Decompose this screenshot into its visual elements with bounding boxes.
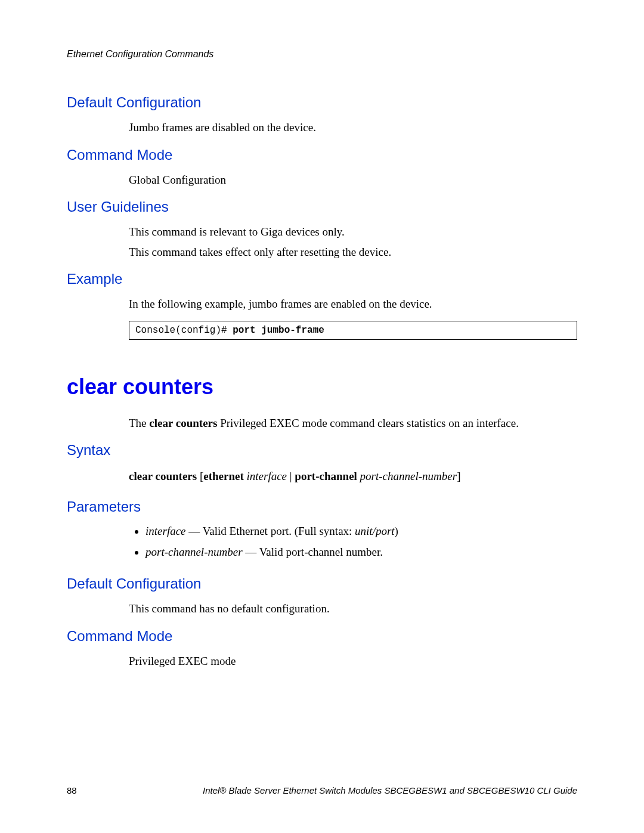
body-example: In the following example, jumbo frames a… bbox=[129, 296, 577, 312]
chapter-title: Ethernet Configuration Commands bbox=[67, 49, 213, 59]
param-item-1: interface — Valid Ethernet port. (Full s… bbox=[145, 524, 577, 540]
command-title: clear counters bbox=[67, 374, 577, 400]
intro-bold: clear counters bbox=[149, 417, 217, 429]
command-intro: The clear counters Privileged EXEC mode … bbox=[129, 415, 577, 432]
heading-command-mode-2: Command Mode bbox=[67, 628, 577, 645]
parameters-list: interface — Valid Ethernet port. (Full s… bbox=[129, 524, 577, 560]
body-command-mode-1: Global Configuration bbox=[129, 172, 577, 188]
syn-i1: interface bbox=[247, 470, 287, 482]
syn-t3: ] bbox=[457, 470, 460, 482]
syn-b3: port-channel bbox=[295, 470, 360, 482]
param1-text2: ) bbox=[395, 525, 398, 537]
syn-b2: ethernet bbox=[203, 470, 246, 482]
code-example: Console(config)# port jumbo-frame bbox=[129, 321, 577, 340]
syn-b1: clear counters bbox=[129, 470, 200, 482]
syn-i2: port-channel-number bbox=[360, 470, 457, 482]
page-container: Ethernet Configuration Commands Default … bbox=[0, 0, 644, 833]
param1-name: interface bbox=[145, 525, 186, 537]
body-default-config-2: This command has no default configuratio… bbox=[129, 600, 577, 617]
param1-text: — Valid Ethernet port. (Full syntax: bbox=[186, 525, 355, 537]
param2-name: port-channel-number bbox=[145, 546, 243, 558]
intro-pre: The bbox=[129, 417, 149, 429]
content-area: Default Configuration Jumbo frames are d… bbox=[67, 83, 577, 678]
body-command-mode-2: Privileged EXEC mode bbox=[129, 653, 577, 670]
syntax-line: clear counters [ethernet interface | por… bbox=[129, 470, 577, 483]
page-number: 88 bbox=[67, 785, 77, 795]
heading-user-guidelines: User Guidelines bbox=[67, 199, 577, 215]
heading-syntax: Syntax bbox=[67, 442, 577, 459]
code-command: port jumbo-frame bbox=[233, 325, 324, 336]
heading-default-config-2: Default Configuration bbox=[67, 575, 577, 592]
body-user-guidelines-2: This command takes effect only after res… bbox=[129, 244, 577, 261]
param-item-2: port-channel-number — Valid port-channel… bbox=[145, 544, 577, 561]
heading-command-mode-1: Command Mode bbox=[67, 147, 577, 163]
heading-parameters: Parameters bbox=[67, 498, 577, 515]
body-user-guidelines-1: This command is relevant to Giga devices… bbox=[129, 224, 577, 240]
syn-t2: | bbox=[287, 470, 295, 482]
heading-default-config-1: Default Configuration bbox=[67, 94, 577, 111]
code-prompt: Console(config)# bbox=[135, 325, 233, 336]
page-footer: 88 Intel® Blade Server Ethernet Switch M… bbox=[67, 785, 577, 796]
footer-title: Intel® Blade Server Ethernet Switch Modu… bbox=[203, 785, 577, 795]
intro-post: Privileged EXEC mode command clears stat… bbox=[217, 417, 518, 429]
page-header: Ethernet Configuration Commands bbox=[67, 49, 577, 60]
param2-text: — Valid port-channel number. bbox=[243, 546, 383, 558]
body-default-config-1: Jumbo frames are disabled on the device. bbox=[129, 119, 577, 136]
param1-name2: unit/port bbox=[355, 525, 395, 537]
heading-example: Example bbox=[67, 271, 577, 287]
